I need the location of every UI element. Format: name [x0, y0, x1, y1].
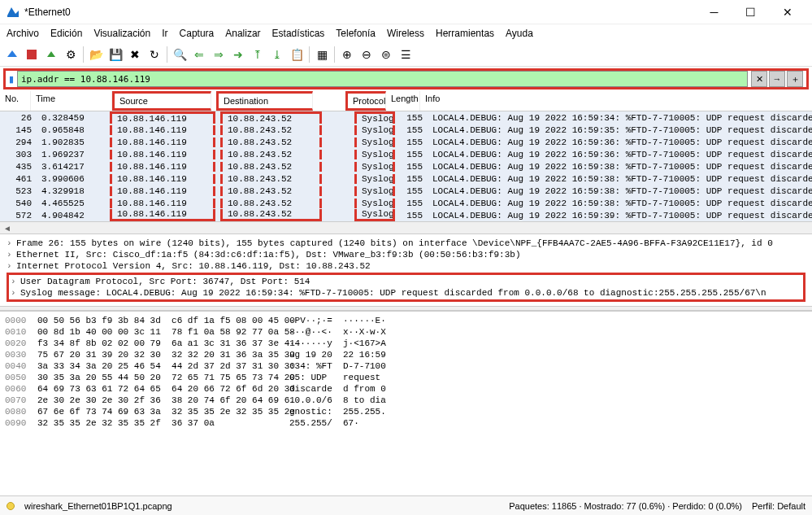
- cell-source: 10.88.146.119: [110, 186, 215, 196]
- capture-options-icon[interactable]: ⚙: [62, 46, 80, 63]
- menu-herramientas[interactable]: Herramientas: [436, 28, 494, 39]
- cell-length: 155: [395, 113, 428, 123]
- colorize-icon[interactable]: ▦: [313, 46, 331, 63]
- start-capture-icon[interactable]: [3, 46, 21, 63]
- filter-add-button[interactable]: ＋: [787, 71, 803, 87]
- menu-ayuda[interactable]: Ayuda: [506, 28, 533, 39]
- packet-row[interactable]: 2941.90283510.88.146.11910.88.243.52Sysl…: [0, 136, 812, 148]
- close-button[interactable]: ✕: [769, 0, 805, 24]
- hex-row[interactable]: 0020f3 34 8f 8b 02 02 00 79 6a a1 3c 31 …: [5, 338, 807, 349]
- save-file-icon[interactable]: 💾: [106, 46, 124, 63]
- packet-row[interactable]: 4353.61421710.88.146.11910.88.243.52Sysl…: [0, 160, 812, 172]
- reload-icon[interactable]: ↻: [145, 46, 163, 63]
- menu-ir[interactable]: Ir: [162, 28, 167, 39]
- col-no[interactable]: No.: [0, 91, 31, 111]
- resize-columns-icon[interactable]: ☰: [397, 46, 415, 63]
- menu-captura[interactable]: Captura: [180, 28, 215, 39]
- packet-row[interactable]: 1450.96584810.88.146.11910.88.243.52Sysl…: [0, 124, 812, 136]
- go-last-icon[interactable]: ⤓: [268, 46, 286, 63]
- col-destination[interactable]: Destination: [216, 91, 313, 111]
- menu-telefonia[interactable]: Telefonía: [336, 28, 376, 39]
- hex-row[interactable]: 000000 50 56 b3 f9 3b 84 3d c6 df 1a f5 …: [5, 315, 807, 326]
- packet-bytes-pane[interactable]: 000000 50 56 b3 f9 3b 84 3d c6 df 1a f5 …: [0, 311, 812, 495]
- packet-row[interactable]: 5234.32991810.88.146.11910.88.243.52Sysl…: [0, 185, 812, 197]
- zoom-in-icon[interactable]: ⊕: [338, 46, 356, 63]
- cell-protocol: Syslog: [354, 186, 395, 196]
- packet-list[interactable]: 260.32845910.88.146.11910.88.243.52Syslo…: [0, 111, 812, 221]
- bookmark-icon[interactable]: ▮: [9, 74, 14, 85]
- cell-time: 4.465525: [37, 199, 110, 208]
- menu-edicion[interactable]: Edición: [50, 28, 82, 39]
- cell-protocol: Syslog: [354, 150, 395, 159]
- status-profile[interactable]: Perfil: Default: [752, 501, 805, 511]
- hex-row[interactable]: 006064 69 73 63 61 72 64 65 64 20 66 72 …: [5, 383, 807, 395]
- hex-row[interactable]: 009032 35 35 2e 32 35 35 2f 36 37 0a 255…: [5, 417, 807, 429]
- cell-destination: 10.88.243.52: [220, 137, 322, 147]
- go-forward-icon[interactable]: ⇒: [210, 46, 228, 63]
- cell-protocol: Syslog: [354, 111, 395, 124]
- go-first-icon[interactable]: ⤒: [249, 46, 267, 63]
- toolbar: ⚙ 📂 💾 ✖ ↻ 🔍 ⇐ ⇒ ➜ ⤒ ⤓ 📋 ▦ ⊕ ⊖ ⊜ ☰: [0, 42, 812, 67]
- cell-no: 540: [0, 199, 37, 208]
- zoom-reset-icon[interactable]: ⊜: [377, 46, 395, 63]
- col-source[interactable]: Source: [112, 91, 211, 111]
- zoom-out-icon[interactable]: ⊖: [358, 46, 376, 63]
- col-length[interactable]: Length: [386, 91, 420, 111]
- stop-capture-icon[interactable]: [23, 46, 41, 63]
- cell-destination: 10.88.243.52: [220, 209, 322, 221]
- cell-length: 155: [395, 211, 428, 220]
- cell-protocol: Syslog: [354, 162, 395, 172]
- cell-protocol: Syslog: [354, 137, 395, 147]
- status-file[interactable]: wireshark_Ethernet01BP1Q1.pcapng: [24, 501, 499, 511]
- menu-visualizacion[interactable]: Visualización: [93, 28, 150, 39]
- col-time[interactable]: Time: [31, 91, 112, 111]
- status-bar: wireshark_Ethernet01BP1Q1.pcapng Paquete…: [0, 495, 812, 515]
- cell-time: 3.990606: [37, 174, 110, 184]
- display-filter-area: ▮ ✕ → ＋: [3, 68, 809, 89]
- menu-analizar[interactable]: Analizar: [225, 28, 260, 39]
- hex-row[interactable]: 00702e 30 2e 30 2e 30 2f 36 38 20 74 6f …: [5, 395, 807, 406]
- packet-row[interactable]: 3031.96923710.88.146.11910.88.243.52Sysl…: [0, 148, 812, 160]
- packet-details-pane[interactable]: ›Frame 26: 155 bytes on wire (1240 bits)…: [0, 234, 812, 306]
- hex-row[interactable]: 00403a 33 34 3a 20 25 46 54 44 2d 37 2d …: [5, 360, 807, 372]
- display-filter-input[interactable]: [17, 71, 748, 87]
- hscrollbar[interactable]: ◄►: [0, 221, 812, 234]
- menu-estadisticas[interactable]: Estadísticas: [272, 28, 325, 39]
- menu-archivo[interactable]: Archivo: [7, 28, 39, 39]
- go-to-packet-icon[interactable]: ➜: [229, 46, 247, 63]
- restart-capture-icon[interactable]: [42, 46, 60, 63]
- packet-row[interactable]: 4613.99060610.88.146.11910.88.243.52Sysl…: [0, 172, 812, 185]
- cell-time: 0.328459: [37, 113, 110, 123]
- go-back-icon[interactable]: ⇐: [190, 46, 208, 63]
- cell-length: 155: [395, 162, 428, 172]
- filter-clear-button[interactable]: ✕: [751, 71, 767, 87]
- maximize-button[interactable]: ☐: [732, 0, 769, 24]
- svg-rect-0: [27, 50, 37, 59]
- cell-source: 10.88.146.119: [110, 162, 215, 172]
- hex-row[interactable]: 003075 67 20 31 39 20 32 30 32 32 20 31 …: [5, 349, 807, 360]
- window-title: *Ethernet0: [24, 7, 696, 18]
- find-packet-icon[interactable]: 🔍: [171, 46, 189, 63]
- cell-length: 155: [395, 125, 428, 135]
- menu-wireless[interactable]: Wireless: [387, 28, 424, 39]
- col-protocol[interactable]: Protocol: [345, 91, 386, 111]
- cell-info: LOCAL4.DEBUG: Aug 19 2022 16:59:35: %FTD…: [428, 125, 812, 135]
- close-file-icon[interactable]: ✖: [126, 46, 144, 63]
- auto-scroll-icon[interactable]: 📋: [288, 46, 306, 63]
- minimize-button[interactable]: ─: [696, 0, 732, 24]
- cell-source: 10.88.146.119: [110, 209, 215, 221]
- hex-row[interactable]: 001000 8d 1b 40 00 00 3c 11 78 f1 0a 58 …: [5, 326, 807, 338]
- expert-info-icon[interactable]: [7, 502, 15, 510]
- filter-apply-button[interactable]: →: [769, 71, 785, 87]
- open-file-icon[interactable]: 📂: [87, 46, 105, 63]
- col-info[interactable]: Info: [420, 91, 812, 111]
- packet-row[interactable]: 5404.46552510.88.146.11910.88.243.52Sysl…: [0, 197, 812, 209]
- hex-row[interactable]: 005030 35 3a 20 55 44 50 20 72 65 71 75 …: [5, 372, 807, 383]
- hex-row[interactable]: 008067 6e 6f 73 74 69 63 3a 32 35 35 2e …: [5, 406, 807, 417]
- cell-protocol: Syslog: [354, 209, 395, 221]
- cell-no: 572: [0, 211, 37, 220]
- cell-source: 10.88.146.119: [110, 150, 215, 159]
- packet-row[interactable]: 260.32845910.88.146.11910.88.243.52Syslo…: [0, 111, 812, 124]
- packet-row[interactable]: 5724.90484210.88.146.11910.88.243.52Sysl…: [0, 209, 812, 221]
- cell-info: LOCAL4.DEBUG: Aug 19 2022 16:59:38: %FTD…: [428, 199, 812, 208]
